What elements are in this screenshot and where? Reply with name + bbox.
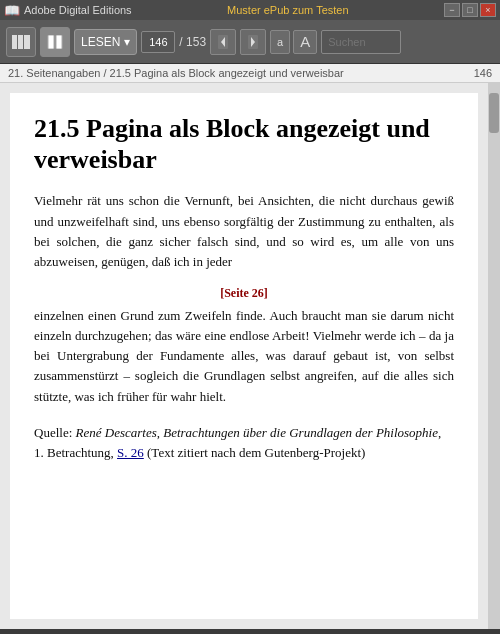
breadcrumb-current: 21.5 Pagina als Block angezeigt und verw…	[110, 67, 344, 79]
prev-page-button[interactable]	[210, 29, 236, 55]
doc-title: Muster ePub zum Testen	[227, 4, 348, 16]
svg-rect-0	[12, 35, 17, 49]
page-total: / 153	[179, 35, 206, 49]
breadcrumb: 21. Seitenangaben / 21.5 Pagina als Bloc…	[0, 64, 500, 83]
breadcrumb-path: 21. Seitenangaben / 21.5 Pagina als Bloc…	[8, 67, 344, 79]
read-button[interactable]: LESEN ▾	[74, 29, 137, 55]
next-page-button[interactable]	[240, 29, 266, 55]
page-number-right: 146	[474, 67, 492, 79]
page-input[interactable]	[141, 31, 175, 53]
titlebar-left: 📖 Adobe Digital Editions	[4, 3, 132, 18]
scrollbar-thumb[interactable]	[489, 93, 499, 133]
svg-rect-1	[18, 35, 23, 49]
svg-rect-3	[48, 35, 54, 49]
read-label: LESEN	[81, 35, 120, 49]
paragraph-1: Vielmehr rät uns schon die Vernunft, bei…	[34, 191, 454, 272]
content-area: 21.5 Pagina als Block angezeigt und verw…	[10, 93, 478, 619]
font-small-button[interactable]: a	[270, 30, 290, 54]
search-input[interactable]	[321, 30, 401, 54]
source-link[interactable]: S. 26	[117, 445, 144, 460]
app-icon: 📖	[4, 3, 20, 18]
read-dropdown-icon: ▾	[124, 35, 130, 49]
chapter-title: 21.5 Pagina als Block angezeigt und verw…	[34, 113, 454, 175]
svg-rect-4	[56, 35, 62, 49]
minimize-button[interactable]: −	[444, 3, 460, 17]
page-navigation: / 153	[141, 31, 206, 53]
svg-rect-2	[24, 35, 30, 49]
breadcrumb-link[interactable]: 21. Seitenangaben	[8, 67, 100, 79]
font-controls: a A	[270, 30, 317, 54]
toolbar: LESEN ▾ / 153 a A	[0, 20, 500, 64]
page-link[interactable]: [Seite 26]	[34, 284, 454, 302]
source-prefix: Quelle:	[34, 425, 76, 440]
library-icon-button[interactable]	[6, 27, 36, 57]
titlebar: 📖 Adobe Digital Editions Muster ePub zum…	[0, 0, 500, 20]
close-button[interactable]: ×	[480, 3, 496, 17]
font-large-label: A	[300, 33, 310, 50]
app-title: Adobe Digital Editions	[24, 4, 132, 16]
source-italic: René Descartes, Betrachtungen über die G…	[76, 425, 438, 440]
scrollbar[interactable]	[488, 83, 500, 629]
window-controls: − □ ×	[444, 3, 496, 17]
book-icon-button[interactable]	[40, 27, 70, 57]
font-small-label: a	[277, 36, 283, 48]
source-paragraph: Quelle: René Descartes, Betrachtungen üb…	[34, 423, 454, 463]
breadcrumb-separator: /	[100, 67, 109, 79]
paragraph-2: einzelnen einen Grund zum Zweifeln finde…	[34, 306, 454, 407]
content-wrap: 21.5 Pagina als Block angezeigt und verw…	[0, 83, 500, 629]
maximize-button[interactable]: □	[462, 3, 478, 17]
font-large-button[interactable]: A	[293, 30, 317, 54]
source-suffix2: (Text zitiert nach dem Gutenberg-Projekt…	[144, 445, 366, 460]
